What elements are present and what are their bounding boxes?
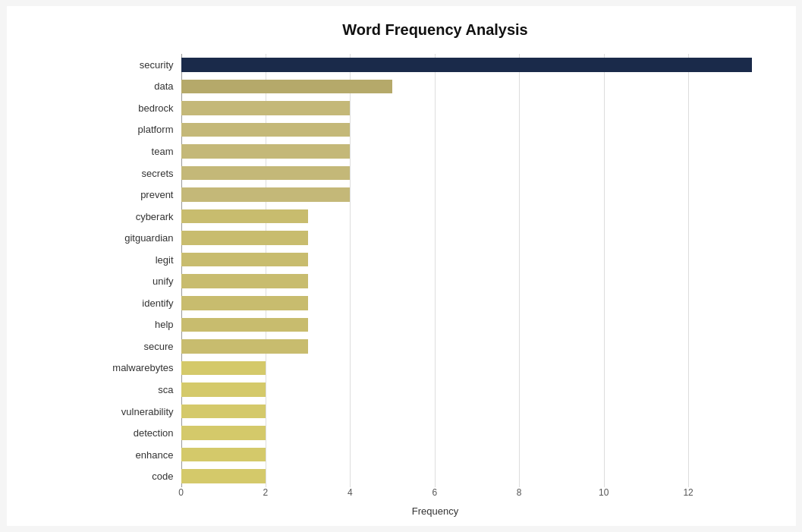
- chart-title: Word Frequency Analysis: [98, 21, 773, 39]
- bar-label: platform: [98, 124, 181, 135]
- bar-fill: [181, 469, 266, 483]
- x-tick-label: 6: [432, 487, 437, 498]
- x-tick-label: 12: [683, 487, 693, 498]
- bar-track: [181, 231, 773, 245]
- bar-row: legit: [181, 249, 773, 271]
- bar-fill: [181, 58, 752, 72]
- bar-label: vulnerability: [98, 406, 181, 417]
- bar-label: security: [98, 59, 181, 71]
- bar-label: team: [98, 146, 181, 157]
- x-tick-label: 2: [263, 487, 269, 498]
- bar-fill: [181, 296, 308, 310]
- bar-row: cyberark: [181, 206, 773, 228]
- bar-label: malwarebytes: [98, 362, 181, 373]
- bar-fill: [181, 274, 308, 288]
- bar-row: help: [181, 314, 773, 336]
- x-tick-label: 8: [517, 487, 522, 498]
- bar-label: secure: [98, 341, 181, 352]
- x-axis-label: Frequency: [98, 505, 773, 517]
- bar-fill: [181, 144, 351, 159]
- bar-row: vulnerability: [181, 401, 773, 423]
- bar-track: [181, 123, 773, 137]
- bar-fill: [181, 80, 393, 94]
- bar-track: [181, 187, 773, 202]
- bar-row: identify: [181, 292, 773, 314]
- x-tick-label: 0: [178, 487, 184, 498]
- bar-track: [181, 469, 773, 483]
- bar-track: [181, 274, 773, 288]
- bar-track: [181, 80, 773, 94]
- bar-row: team: [181, 140, 773, 162]
- bar-track: [181, 382, 773, 397]
- bar-label: enhance: [98, 449, 181, 461]
- bar-fill: [181, 231, 308, 245]
- bar-track: [181, 253, 773, 267]
- bar-fill: [181, 382, 266, 397]
- bar-fill: [181, 123, 351, 137]
- bar-fill: [181, 426, 266, 440]
- bar-fill: [181, 187, 351, 202]
- bar-track: [181, 426, 773, 440]
- bar-track: [181, 101, 773, 115]
- bar-row: bedrock: [181, 97, 773, 119]
- bar-fill: [181, 405, 266, 419]
- bar-row: unify: [181, 270, 773, 292]
- bar-fill: [181, 361, 266, 376]
- bar-label: help: [98, 319, 181, 330]
- bar-label: identify: [98, 297, 181, 309]
- bar-label: prevent: [98, 189, 181, 200]
- bar-track: [181, 58, 773, 72]
- bar-row: security: [181, 54, 773, 76]
- bar-row: detection: [181, 422, 773, 444]
- bar-track: [181, 448, 773, 462]
- bar-track: [181, 318, 773, 332]
- bar-row: platform: [181, 119, 773, 141]
- chart-plot-area: securitydatabedrockplatformteamsecretspr…: [181, 54, 773, 487]
- bar-track: [181, 296, 773, 310]
- bar-row: sca: [181, 379, 773, 401]
- bar-row: gitguardian: [181, 227, 773, 249]
- bar-label: detection: [98, 427, 181, 439]
- bar-fill: [181, 339, 308, 354]
- bar-label: legit: [98, 254, 181, 266]
- bar-track: [181, 209, 773, 224]
- bar-row: secrets: [181, 162, 773, 184]
- bar-row: prevent: [181, 184, 773, 206]
- bar-label: code: [98, 471, 181, 482]
- x-tick-label: 10: [599, 487, 609, 498]
- bar-label: sca: [98, 384, 181, 395]
- bar-label: secrets: [98, 168, 181, 179]
- bar-row: data: [181, 76, 773, 98]
- bar-label: gitguardian: [98, 232, 181, 244]
- bar-row: malwarebytes: [181, 357, 773, 379]
- bar-track: [181, 166, 773, 181]
- bar-track: [181, 405, 773, 419]
- bar-label: unify: [98, 275, 181, 287]
- bar-track: [181, 144, 773, 159]
- bar-label: bedrock: [98, 102, 181, 114]
- bar-fill: [181, 253, 308, 267]
- bar-fill: [181, 318, 308, 332]
- bar-fill: [181, 166, 351, 181]
- bar-fill: [181, 448, 266, 462]
- bar-label: cyberark: [98, 211, 181, 222]
- bar-label: data: [98, 80, 181, 92]
- bar-fill: [181, 209, 308, 224]
- chart-container: Word Frequency Analysis securitydatabedr…: [7, 6, 796, 526]
- bar-row: enhance: [181, 444, 773, 466]
- bar-fill: [181, 101, 351, 115]
- bar-track: [181, 361, 773, 376]
- bar-row: code: [181, 465, 773, 487]
- bar-track: [181, 339, 773, 354]
- x-tick-label: 4: [348, 487, 353, 498]
- bar-row: secure: [181, 335, 773, 357]
